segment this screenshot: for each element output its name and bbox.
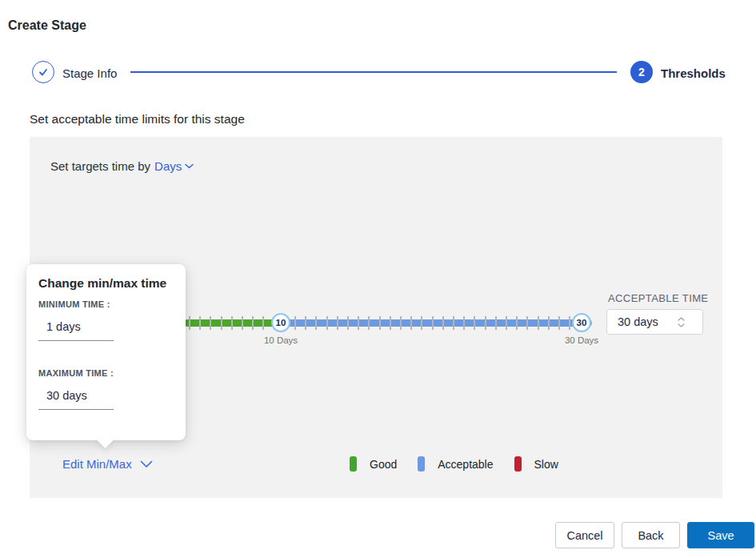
slider-max-handle[interactable]: 30: [572, 313, 591, 332]
legend-item-good: Good: [350, 456, 397, 472]
acceptable-time-input[interactable]: [607, 315, 676, 328]
step-stage-info-label: Stage Info: [62, 66, 117, 80]
set-targets-row: Set targets time by Days: [50, 159, 194, 173]
chevron-down-icon: [185, 163, 194, 169]
legend-label: Good: [370, 458, 397, 471]
step-thresholds-indicator[interactable]: 2: [630, 61, 653, 83]
section-subtitle: Set acceptable time limits for this stag…: [30, 112, 245, 126]
slider-tick-marks: [189, 316, 589, 330]
legend-item-acceptable: Acceptable: [418, 456, 493, 472]
time-range-slider: 10 30 10 Days 30 Days: [184, 316, 592, 330]
legend-item-slow: Slow: [514, 456, 558, 472]
slider-min-label: 10 Days: [255, 335, 306, 345]
popup-title: Change min/max time: [38, 276, 166, 291]
chevron-down-icon: [140, 460, 153, 468]
back-button[interactable]: Back: [622, 522, 680, 548]
acceptable-time-label: ACCEPTABLE TIME: [608, 292, 708, 304]
save-button[interactable]: Save: [687, 522, 754, 548]
stepper-down-icon[interactable]: [678, 323, 685, 327]
maximum-time-input[interactable]: [38, 389, 114, 410]
set-targets-label: Set targets time by: [50, 159, 150, 173]
legend-label: Slow: [534, 458, 558, 471]
stepper-up-icon[interactable]: [678, 317, 685, 321]
check-icon: [38, 66, 49, 78]
step-thresholds-label: Thresholds: [661, 66, 726, 80]
minimum-time-input[interactable]: [38, 320, 114, 341]
legend-label: Acceptable: [438, 458, 493, 471]
acceptable-time-field: [606, 309, 703, 335]
edit-minmax-label: Edit Min/Max: [62, 457, 132, 471]
minimum-time-label: MINIMUM TIME :: [38, 299, 110, 309]
slider-legend: Good Acceptable Slow: [350, 456, 558, 472]
targets-unit-dropdown[interactable]: Days: [154, 159, 194, 173]
maximum-time-label: MAXIMUM TIME :: [38, 368, 114, 378]
targets-unit-value: Days: [154, 159, 182, 173]
acceptable-time-stepper: [678, 317, 685, 327]
change-minmax-popup: Change min/max time MINIMUM TIME : MAXIM…: [26, 264, 186, 440]
page-title: Create Stage: [8, 18, 86, 33]
cancel-button[interactable]: Cancel: [555, 522, 614, 548]
slider-max-label: 30 Days: [556, 335, 607, 345]
edit-minmax-toggle[interactable]: Edit Min/Max: [62, 457, 153, 471]
slider-min-handle[interactable]: 10: [271, 313, 290, 332]
stepper-connector: [130, 71, 617, 73]
acceptable-swatch-icon: [418, 456, 425, 472]
good-swatch-icon: [350, 456, 357, 472]
step-stage-info-indicator[interactable]: [32, 61, 54, 83]
slow-swatch-icon: [514, 456, 522, 472]
